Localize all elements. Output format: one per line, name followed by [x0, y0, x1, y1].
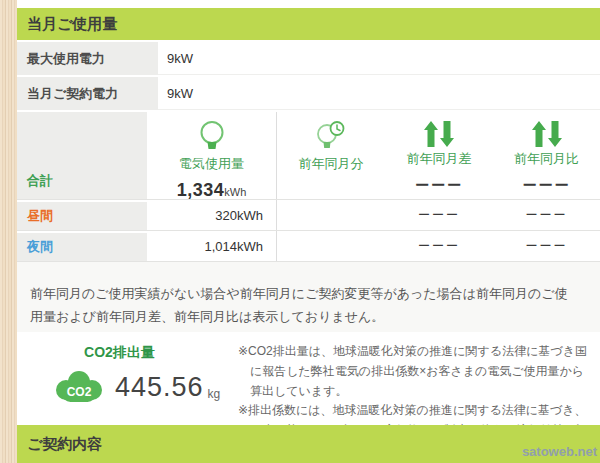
column-ratio-label: 前年同月比: [514, 150, 579, 168]
prev-year-note-text: 前年同月のご使用実績がない場合や前年同月にご契約変更等があった場合は前年同月のご…: [30, 283, 578, 329]
contract-section-header: ご契約内容 satoweb.net: [17, 425, 600, 463]
co2-notes: ※CO2排出量は、地球温暖化対策の推進に関する法律に基づき国に報告した弊社電気の…: [222, 332, 600, 425]
power-info-table: 最大使用電力 9kW 当月ご契約電力 9kW: [17, 42, 600, 110]
co2-unit: kg: [208, 387, 221, 405]
co2-summary: CO2排出量 CO2 445.56 kg: [17, 332, 222, 425]
column-usage: 電気使用量 1,334kWh: [147, 112, 277, 199]
co2-section: CO2排出量 CO2 445.56 kg: [17, 332, 600, 425]
nighttime-label: 夜間: [17, 231, 147, 261]
co2-title: CO2排出量: [17, 344, 222, 362]
column-prev-year: 前年同月分: [277, 112, 385, 199]
bulb-clock-icon: [311, 119, 351, 154]
nighttime-ratio-value: ーーー: [526, 238, 568, 255]
usage-comparison-table: 合計 電気使用量 1,334kWh: [17, 112, 600, 262]
daytime-diff-value: ーーー: [418, 207, 460, 224]
column-ratio: 前年同月比 ーーー: [493, 112, 600, 199]
co2-cloud-icon: CO2: [53, 369, 105, 405]
up-down-arrows-icon: [423, 119, 455, 149]
table-row: 当月ご契約電力 9kW: [17, 77, 600, 110]
daytime-prev-year-value: [277, 200, 385, 230]
table-row: 最大使用電力 9kW: [17, 42, 600, 75]
nighttime-usage-value: 1,014kWh: [147, 231, 277, 261]
nighttime-diff-value: ーーー: [418, 238, 460, 255]
column-diff: 前年同月差 ーーー: [385, 112, 493, 199]
watermark: satoweb.net: [522, 444, 597, 459]
column-diff-label: 前年同月差: [407, 150, 472, 168]
daytime-label: 昼間: [17, 200, 147, 230]
usage-section-title: 当月ご使用量: [27, 15, 117, 34]
co2-value: 445.56: [115, 372, 204, 403]
usage-section-header: 当月ご使用量: [17, 8, 600, 40]
contract-section-title: ご契約内容: [27, 435, 102, 454]
total-usage-value: 1,334kWh: [177, 180, 247, 201]
total-ratio-value: ーーー: [523, 177, 571, 195]
total-diff-value: ーーー: [415, 177, 463, 195]
page-content: 当月ご使用量 最大使用電力 9kW 当月ご契約電力 9kW 合計 電気使用量: [17, 0, 600, 463]
column-usage-label: 電気使用量: [179, 155, 244, 173]
total-row-label: 合計: [17, 112, 147, 199]
prev-year-note: 前年同月のご使用実績がない場合や前年同月にご契約変更等があった場合は前年同月のご…: [17, 262, 600, 332]
co2-note-line: ※CO2排出量は、地球温暖化対策の推進に関する法律に基づき国に報告した弊社電気の…: [238, 342, 594, 401]
table-header-total-row: 合計 電気使用量 1,334kWh: [17, 112, 600, 200]
column-prev-year-label: 前年同月分: [299, 155, 364, 173]
max-power-value: 9kW: [158, 42, 600, 75]
nighttime-prev-year-value: [277, 231, 385, 261]
daytime-usage-value: 320kWh: [147, 200, 277, 230]
bulb-icon: [195, 119, 229, 154]
max-power-label: 最大使用電力: [17, 42, 158, 75]
contract-power-value: 9kW: [158, 77, 600, 110]
daytime-ratio-value: ーーー: [526, 207, 568, 224]
co2-cloud-label: CO2: [67, 385, 92, 399]
up-down-arrows-icon: [531, 119, 563, 149]
contract-power-label: 当月ご契約電力: [17, 77, 158, 110]
daytime-row: 昼間 320kWh ーーー ーーー: [17, 200, 600, 231]
nighttime-row: 夜間 1,014kWh ーーー ーーー: [17, 231, 600, 262]
top-spacer: [17, 0, 600, 8]
